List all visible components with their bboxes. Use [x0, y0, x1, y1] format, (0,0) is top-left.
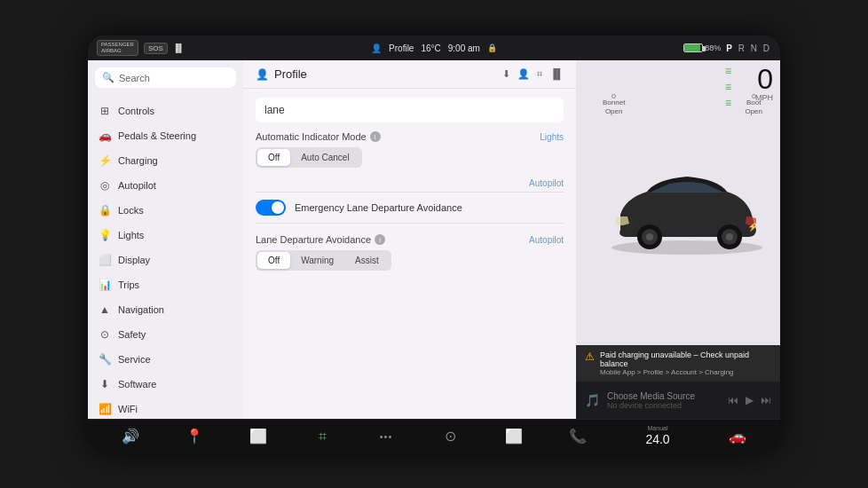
- volume-icon: 🔊: [122, 428, 139, 445]
- emergency-toggle[interactable]: [256, 200, 286, 216]
- menu-item-lights[interactable]: 💡 Lights: [88, 223, 243, 248]
- menu-list: ⊞ Controls 🚗 Pedals & Steering ⚡ Chargin…: [88, 95, 243, 419]
- phone-icon: 📞: [569, 428, 587, 445]
- time-display: 9:00 am: [448, 43, 480, 53]
- status-bar: PASSENGER AIRBAG SOS ▐▌ 👤 Profile 16°C 9…: [88, 35, 780, 60]
- taskbar-car[interactable]: 🚗: [706, 428, 769, 445]
- battery-indicator: 88%: [683, 43, 721, 52]
- auto-indicator-text: Automatic Indicator Mode: [256, 131, 367, 142]
- gear-d[interactable]: D: [763, 43, 771, 53]
- profile-label-status: Profile: [389, 43, 414, 53]
- menu-item-trips[interactable]: 📊 Trips: [88, 272, 243, 297]
- media-source-label: Choose Media Source: [607, 391, 721, 401]
- autopilot-icon: ◎: [99, 179, 111, 192]
- sos-badge: SOS: [144, 43, 168, 54]
- next-track-btn[interactable]: ⏭: [761, 394, 771, 406]
- download-icon[interactable]: ⬇: [502, 68, 510, 80]
- lane-departure-off-btn[interactable]: Off: [257, 252, 290, 269]
- temp-value: 24.0: [645, 432, 669, 447]
- taskbar-nav[interactable]: 📍: [162, 428, 226, 445]
- lane-departure-assist-btn[interactable]: Assist: [344, 252, 390, 269]
- profile-header-icon: 👤: [256, 68, 269, 81]
- status-bar-right: 88% P R N D: [551, 43, 771, 53]
- lane-departure-label-row: Lane Departure Avoidance i Autopilot: [256, 234, 564, 245]
- media-sub-label: No device connected: [607, 401, 721, 410]
- menu-item-locks[interactable]: 🔒 Locks: [88, 198, 243, 223]
- menu-item-wifi[interactable]: 📶 WiFi: [88, 397, 243, 419]
- prev-track-btn[interactable]: ⏮: [728, 394, 738, 406]
- menu-item-pedals[interactable]: 🚗 Pedals & Steering: [88, 123, 243, 148]
- user-icon[interactable]: 👤: [517, 68, 530, 80]
- apps-icon: ⬜: [249, 428, 267, 445]
- taskbar-temperature[interactable]: Manual 24.0: [610, 425, 706, 447]
- lane-departure-setting: Lane Departure Avoidance i Autopilot Off…: [256, 234, 564, 271]
- search-box[interactable]: 🔍 Search: [95, 67, 236, 88]
- auto-indicator-label-row: Automatic Indicator Mode i Lights: [256, 131, 564, 142]
- autopilot-link-1[interactable]: Autopilot: [529, 178, 564, 188]
- car-svg: ⚡: [598, 163, 776, 270]
- taskbar-camera[interactable]: ⊙: [418, 428, 482, 445]
- software-label: Software: [118, 379, 156, 390]
- gear-n[interactable]: N: [751, 43, 759, 53]
- autopilot-link-emergency: Autopilot: [256, 178, 564, 188]
- menu-item-software[interactable]: ⬇ Software: [88, 372, 243, 397]
- taskbar-bluetooth[interactable]: ⌗: [290, 429, 354, 445]
- auto-indicator-label: Automatic Indicator Mode i: [256, 131, 381, 142]
- lane-departure-info-icon[interactable]: i: [375, 234, 385, 245]
- menu-item-service[interactable]: 🔧 Service: [88, 347, 243, 372]
- pedals-icon: 🚗: [99, 130, 111, 142]
- bonnet-status: Open: [603, 107, 625, 116]
- gear-p[interactable]: P: [726, 43, 734, 53]
- auto-indicator-autocancel-btn[interactable]: Auto Cancel: [290, 149, 359, 166]
- taskbar-volume[interactable]: 🔊: [99, 428, 162, 445]
- navigation-label: Navigation: [118, 304, 164, 315]
- search-icon: 🔍: [102, 72, 114, 83]
- auto-indicator-link[interactable]: Lights: [540, 132, 564, 142]
- warning-banner: ⚠ Paid charging unavailable – Check unpa…: [576, 345, 780, 382]
- navigation-icon: ▲: [99, 303, 111, 316]
- menu-item-display[interactable]: ⬜ Display: [88, 248, 243, 272]
- menu-item-controls[interactable]: ⊞ Controls: [88, 98, 243, 123]
- wifi-icon: 📶: [99, 403, 111, 415]
- menu-item-navigation[interactable]: ▲ Navigation: [88, 297, 243, 322]
- menu-item-safety[interactable]: ⊙ Safety: [88, 322, 243, 347]
- bt-icon-profile[interactable]: ⌗: [537, 68, 542, 80]
- lane-departure-link[interactable]: Autopilot: [529, 235, 564, 245]
- taskbar-apps[interactable]: ⬜: [226, 428, 290, 445]
- menu-item-autopilot[interactable]: ◎ Autopilot: [88, 173, 243, 198]
- signal-icon-profile[interactable]: ▐▌: [549, 68, 564, 80]
- menu-item-charging[interactable]: ⚡ Charging: [88, 148, 243, 173]
- auto-indicator-segmented: Off Auto Cancel: [256, 147, 362, 168]
- lane-input[interactable]: [256, 98, 564, 122]
- boot-label: Boot Open: [745, 94, 762, 115]
- locks-icon: 🔒: [99, 204, 111, 216]
- status-bar-left: PASSENGER AIRBAG SOS ▐▌: [97, 40, 317, 55]
- lane-departure-warning-btn[interactable]: Warning: [290, 252, 344, 269]
- lights-icon: 💡: [99, 229, 111, 241]
- right-panel: 0 MPH ≡ ≡ ≡ Bonnet Open Boot Open: [576, 60, 780, 419]
- display-icon: ⬜: [99, 254, 111, 266]
- gear-r[interactable]: R: [738, 43, 746, 53]
- taskbar-dashcam[interactable]: ⬜: [482, 428, 546, 445]
- locks-label: Locks: [118, 205, 144, 216]
- warning-sub-text: Mobile App > Profile > Account > Chargin…: [600, 368, 771, 376]
- service-icon: 🔧: [99, 353, 111, 366]
- taskbar-phone[interactable]: 📞: [546, 428, 610, 445]
- temperature-display: 16°C: [421, 43, 440, 53]
- status-bar-center: 👤 Profile 16°C 9:00 am 🔒: [324, 43, 544, 53]
- trips-icon: 📊: [99, 279, 111, 291]
- airbag-badge: PASSENGER AIRBAG: [97, 40, 138, 55]
- taskbar: 🔊 📍 ⬜ ⌗ ••• ⊙ ⬜ 📞 Manual 24.0: [88, 419, 780, 453]
- taskbar-more[interactable]: •••: [354, 431, 418, 442]
- camera-icon: ⊙: [445, 428, 456, 445]
- auto-indicator-off-btn[interactable]: Off: [257, 149, 290, 166]
- charging-label: Charging: [118, 155, 158, 166]
- warning-text-container: Paid charging unavailable – Check unpaid…: [600, 350, 771, 376]
- auto-indicator-info-icon[interactable]: i: [370, 131, 381, 142]
- charging-icon: ⚡: [99, 154, 111, 167]
- car-icon: 🚗: [729, 428, 746, 445]
- play-btn[interactable]: ▶: [746, 394, 754, 406]
- svg-text:⚡: ⚡: [747, 221, 759, 232]
- temperature-control: Manual 24.0: [645, 425, 669, 447]
- lane-departure-text: Lane Departure Avoidance: [256, 234, 371, 245]
